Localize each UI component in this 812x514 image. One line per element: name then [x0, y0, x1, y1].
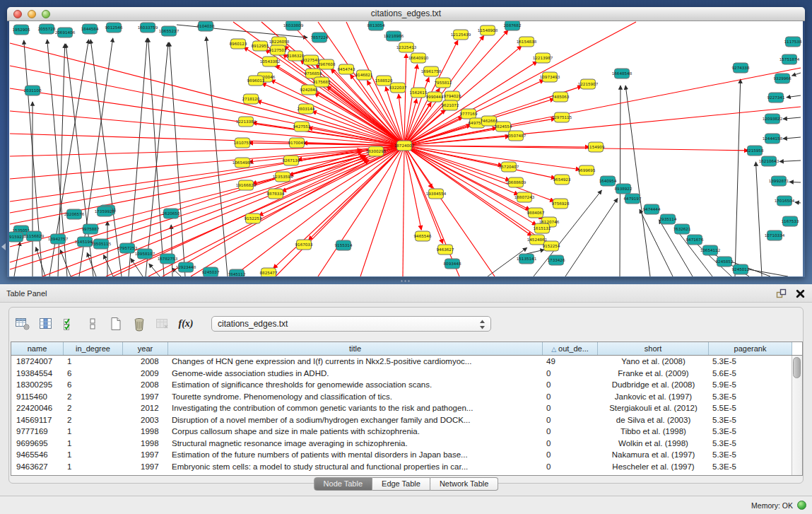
graph-node[interactable]: 17359928 [95, 206, 115, 216]
graph-node[interactable]: 20206576 [64, 209, 85, 219]
graph-node[interactable]: 8104038 [197, 21, 215, 31]
column-header-out_degree[interactable]: △out_de... [543, 342, 598, 355]
graph-node[interactable]: 9227341 [767, 93, 785, 103]
graph-node[interactable]: 10507487 [506, 131, 526, 141]
graph-node[interactable]: 9152254 [543, 241, 560, 251]
scrollbar-thumb[interactable] [793, 357, 801, 378]
graph-node[interactable]: 16210643 [759, 156, 779, 166]
graph-node[interactable]: 2803144 [298, 104, 315, 114]
graph-node[interactable]: 16033759 [138, 23, 158, 33]
graph-node[interactable]: 9654923 [553, 175, 571, 185]
graph-node[interactable]: 1952905 [13, 25, 30, 35]
table-row[interactable]: 1938455462009Genome-wide association stu… [11, 368, 802, 380]
table-row[interactable]: 1456911722003Disruption of a novel membe… [11, 414, 802, 426]
minimize-window-button[interactable] [28, 10, 36, 18]
function-builder-button[interactable]: f(x) [178, 315, 194, 332]
graph-node[interactable]: 2087682 [504, 21, 522, 30]
graph-node[interactable]: 3915923 [9, 232, 25, 242]
column-header-year[interactable]: year [123, 342, 168, 355]
table-row[interactable]: 911546021997Tourette syndrome. Phenomeno… [11, 391, 802, 403]
graph-node[interactable]: 9465546 [414, 231, 432, 241]
graph-node[interactable]: 2055728 [38, 24, 56, 34]
graph-node[interactable]: 9756928 [552, 199, 570, 209]
graph-node[interactable]: 2967608 [318, 59, 336, 69]
graph-node[interactable]: 2031100 [24, 86, 42, 95]
graph-node[interactable]: 1588520 [375, 76, 393, 86]
table-row[interactable]: 969969511998Structural magnetic resonanc… [11, 438, 802, 450]
graph-node[interactable]: 8454743 [338, 64, 355, 74]
graph-node[interactable]: 6479197 [624, 194, 642, 204]
graph-node[interactable]: 15720407 [499, 162, 519, 172]
graph-node[interactable]: 19218986 [384, 31, 404, 41]
graph-node[interactable]: 16961758 [421, 66, 442, 76]
graph-node[interactable]: 16640910 [408, 53, 429, 63]
graph-node[interactable]: 15135141 [517, 254, 537, 264]
graph-node[interactable]: 10688609 [506, 177, 526, 187]
graph-node[interactable]: 1117538 [784, 37, 802, 47]
graph-node[interactable]: 1615132 [534, 223, 551, 233]
hidden-panel-arrow-icon[interactable] [1, 243, 6, 250]
graph-node[interactable]: 12975115 [552, 112, 572, 122]
table-settings-button[interactable] [15, 315, 30, 332]
graph-node[interactable]: 7857224 [311, 33, 329, 42]
table-row[interactable]: 1830029562008Estimation of significance … [11, 379, 802, 391]
graph-hub-node[interactable]: 18724007 [394, 141, 415, 151]
graph-node[interactable]: 8912955 [252, 41, 269, 51]
show-columns-button[interactable] [38, 315, 54, 332]
graph-node[interactable]: 9975887 [82, 224, 100, 234]
graph-node[interactable]: 11548908 [478, 25, 498, 35]
graph-node[interactable]: 13992871 [769, 176, 789, 186]
graph-node[interactable]: 2718120 [242, 94, 260, 104]
graph-node[interactable]: 1810755 [234, 138, 252, 148]
graph-node[interactable]: 9155314 [335, 240, 353, 250]
graph-node[interactable]: 18807243 [514, 192, 535, 202]
graph-node[interactable]: 2620650 [163, 209, 180, 218]
graph-node[interactable]: 8322037 [389, 83, 407, 93]
graph-node[interactable]: 9175685 [313, 77, 331, 87]
graph-node[interactable]: 3824554 [495, 122, 512, 132]
graph-node[interactable]: 8267130 [283, 156, 300, 165]
graph-node[interactable]: 9621072 [442, 100, 459, 110]
graph-node[interactable]: 9427552 [293, 122, 311, 132]
table-row[interactable]: 1872400712008Changes of HCN gene express… [11, 356, 802, 368]
table-row[interactable]: 946362711997Embryonic stem cells: a mode… [11, 461, 802, 473]
memory-status-indicator[interactable] [797, 501, 806, 510]
graph-node[interactable]: 9699695 [578, 165, 596, 175]
graph-node[interactable]: 1844584 [81, 24, 99, 34]
column-header-short[interactable]: short [598, 342, 709, 355]
graph-node[interactable]: 2935114 [659, 214, 677, 224]
column-header-name[interactable]: name [11, 342, 64, 355]
graph-node[interactable]: 1733426 [548, 255, 565, 265]
graph-node[interactable]: 9245012 [732, 264, 750, 274]
graph-node[interactable]: 9245037 [202, 267, 220, 276]
splitter-grip[interactable] [400, 279, 410, 283]
close-window-button[interactable] [13, 10, 22, 18]
graph-node[interactable]: 10654985 [233, 158, 253, 168]
graph-node[interactable]: 7845112 [228, 269, 246, 276]
graph-node[interactable]: 18300295 [366, 146, 387, 156]
table-row[interactable]: 2242004622012Investigating the contribut… [11, 402, 802, 414]
table-row[interactable]: 977716911998Corpus callosum shape and si… [11, 426, 802, 438]
graph-node[interactable]: 9152253 [245, 214, 262, 223]
graph-node[interactable]: 16782753 [158, 254, 178, 264]
graph-node[interactable]: 12444158 [763, 134, 783, 144]
column-header-pagerank[interactable]: pagerank [709, 342, 792, 355]
graph-node[interactable]: 9990444 [426, 92, 444, 102]
graph-node[interactable]: 10654112 [700, 245, 720, 255]
graph-node[interactable]: 13942757 [48, 234, 69, 244]
tab-node-table[interactable]: Node Table [314, 477, 372, 491]
graph-node[interactable]: 8215958 [746, 146, 764, 156]
tab-network-table[interactable]: Network Table [430, 477, 499, 491]
graph-node[interactable]: 9896012 [247, 76, 265, 86]
delete-table-button[interactable] [131, 315, 147, 332]
graph-node[interactable]: 1154909 [587, 142, 605, 152]
graph-node[interactable]: 10655237 [159, 26, 180, 36]
graph-node[interactable]: 10543382 [260, 57, 280, 66]
graph-node[interactable]: 16648548 [612, 69, 632, 78]
network-window-titlebar[interactable]: citations_edges.txt [7, 7, 805, 21]
graph-node[interactable]: 16154838 [517, 37, 537, 47]
tab-edge-table[interactable]: Edge Table [372, 477, 430, 491]
close-panel-button[interactable] [796, 289, 805, 298]
graph-node[interactable]: 8825477 [260, 268, 278, 276]
graph-node[interactable]: 8813054 [367, 21, 385, 30]
